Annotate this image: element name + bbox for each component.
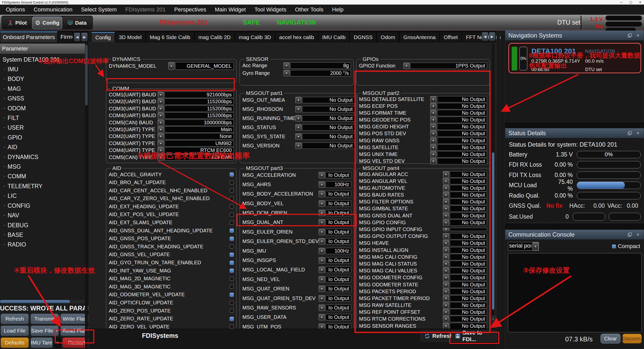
console-output[interactable] bbox=[508, 253, 642, 332]
clear-button[interactable]: Clear bbox=[601, 334, 620, 343]
dropdown-arrow-icon[interactable]: ▼ bbox=[168, 62, 174, 70]
param-dropdown[interactable]: ▼No Output bbox=[295, 124, 355, 131]
tree-item-18[interactable]: RADIO bbox=[0, 240, 85, 249]
param-dropdown[interactable]: ▼No Output bbox=[443, 213, 487, 219]
param-checkbox[interactable] bbox=[230, 213, 234, 217]
tree-item-14[interactable]: CONFIG bbox=[0, 201, 85, 211]
scroll-up-icon[interactable]: ▲ bbox=[491, 316, 495, 321]
param-dropdown[interactable]: ▼No Output bbox=[443, 302, 487, 308]
menu-other-tools[interactable]: Other Tools bbox=[291, 6, 328, 13]
dropdown-arrow-icon[interactable]: ▼ bbox=[443, 268, 449, 274]
dropdown-arrow-icon[interactable]: ▼ bbox=[430, 151, 436, 158]
dropdown-arrow-icon[interactable]: ▼ bbox=[158, 106, 164, 112]
menu-perspectives[interactable]: Perspectives bbox=[170, 6, 210, 13]
param-dropdown[interactable]: ▼Io Output bbox=[319, 286, 351, 292]
dropdown-arrow-icon[interactable]: ▼ bbox=[319, 257, 325, 264]
param-dropdown[interactable]: ▼No Output bbox=[443, 309, 487, 315]
dock-tab-scroll-right-icon[interactable]: ▶ bbox=[81, 32, 88, 42]
param-checkbox[interactable] bbox=[230, 277, 234, 281]
menu-select-system[interactable]: Select System bbox=[77, 6, 121, 13]
dropdown-arrow-icon[interactable]: ▼ bbox=[430, 110, 436, 116]
menu-communication[interactable]: Communication bbox=[29, 6, 77, 13]
panel-titlebar[interactable]: Status Details × bbox=[505, 128, 644, 138]
param-dropdown[interactable]: ▼No Output bbox=[430, 158, 487, 164]
dock-tab-scroll-left-icon[interactable]: ◀ bbox=[74, 32, 80, 42]
dropdown-arrow-icon[interactable]: ▼ bbox=[319, 286, 325, 292]
tree-item-3[interactable]: GNSS bbox=[0, 94, 85, 103]
param-dropdown[interactable]: ▼921600bps bbox=[158, 92, 234, 98]
dropdown-arrow-icon[interactable]: ▼ bbox=[158, 112, 164, 119]
param-dropdown[interactable]: ▼No Output bbox=[443, 282, 487, 288]
dropdown-arrow-icon[interactable]: ▼ bbox=[319, 229, 325, 235]
compact-toggle[interactable]: Compact bbox=[612, 243, 640, 250]
param-dropdown[interactable]: ▼No Output bbox=[430, 144, 487, 151]
dropdown-arrow-icon[interactable]: ▼ bbox=[319, 276, 325, 283]
param-dropdown[interactable]: ▼115200bps bbox=[158, 112, 234, 119]
config-tab-0[interactable]: Config bbox=[91, 32, 115, 43]
param-dropdown[interactable]: ▼Io Output bbox=[319, 257, 351, 264]
system-card[interactable]: 0% DETA100 201 NAVIGATION 0.279R 0.365P … bbox=[508, 43, 641, 73]
tree-item-12[interactable]: TELEMETRY bbox=[0, 181, 85, 191]
scrollbar-thumb[interactable] bbox=[492, 152, 494, 310]
param-dropdown[interactable]: ▼Io Output bbox=[319, 229, 351, 235]
dropdown-arrow-icon[interactable]: ▼ bbox=[295, 133, 301, 140]
param-dropdown[interactable]: ▼No Output bbox=[443, 233, 487, 239]
param-dropdown[interactable]: ▼No Output bbox=[430, 117, 487, 123]
param-checkbox[interactable] bbox=[230, 293, 234, 297]
close-panel-icon[interactable]: × bbox=[635, 130, 641, 136]
param-dropdown[interactable]: ▼Io Output bbox=[319, 200, 351, 207]
dropdown-arrow-icon[interactable]: ▼ bbox=[319, 324, 325, 329]
read-flash-button[interactable]: Read Flas bbox=[60, 325, 89, 336]
param-dropdown[interactable]: ▼No Output bbox=[295, 115, 355, 121]
tree-item-6[interactable]: USER bbox=[0, 123, 85, 132]
panel-titlebar[interactable]: Communication Console × bbox=[505, 230, 644, 239]
param-dropdown[interactable]: ▼No Output bbox=[295, 97, 355, 103]
disconnect-button[interactable]: Disconn. bbox=[622, 334, 642, 343]
panel-titlebar[interactable]: Navigation Systems × bbox=[505, 31, 644, 40]
save-to-fdi-button[interactable]: Save to FDI... bbox=[451, 330, 496, 342]
param-dropdown[interactable]: ▼No Output bbox=[443, 192, 487, 198]
param-dropdown[interactable]: ▼Io Output bbox=[319, 172, 351, 178]
write-flash-button[interactable]: Write Flas bbox=[60, 313, 89, 324]
param-dropdown[interactable]: ▼No Output bbox=[443, 261, 487, 267]
config-tab-6[interactable]: IMU Calib bbox=[318, 32, 350, 43]
param-checkbox[interactable] bbox=[230, 188, 234, 193]
dropdown-arrow-icon[interactable]: ▼ bbox=[158, 92, 164, 98]
param-checkbox[interactable] bbox=[230, 181, 234, 185]
param-dropdown[interactable]: ▼100Hz bbox=[319, 248, 351, 254]
dropdown-arrow-icon[interactable]: ▼ bbox=[443, 316, 449, 322]
param-dropdown[interactable]: ▼No Output bbox=[443, 247, 487, 253]
config-tab-5[interactable]: accel hex calib bbox=[275, 32, 318, 43]
dropdown-arrow-icon[interactable]: ▼ bbox=[443, 192, 449, 198]
dropdown-arrow-icon[interactable]: ▼ bbox=[443, 205, 449, 212]
param-dropdown[interactable]: ▼None bbox=[158, 133, 234, 139]
tab-firmware[interactable]: Firmwa bbox=[58, 31, 73, 43]
tree-item-11[interactable]: COMM bbox=[0, 171, 85, 181]
dropdown-arrow-icon[interactable]: ▼ bbox=[430, 137, 436, 144]
config-tab-8[interactable]: Odom bbox=[377, 32, 399, 43]
dropdown-arrow-icon[interactable]: ▼ bbox=[430, 103, 436, 109]
param-dropdown[interactable]: ▼115200bps bbox=[158, 106, 234, 112]
dropdown-arrow-icon[interactable]: ▼ bbox=[319, 314, 325, 320]
tree-item-0[interactable]: IMU bbox=[0, 64, 85, 74]
port-select[interactable]: serial poı ▼ bbox=[508, 242, 539, 251]
dropdown-arrow-icon[interactable]: ▼ bbox=[319, 200, 325, 207]
config-tab-1[interactable]: 3D Model bbox=[115, 32, 146, 43]
imu-tare-button[interactable]: IMU Tare bbox=[30, 337, 53, 348]
param-dropdown[interactable]: ▼Main bbox=[158, 126, 234, 133]
pilot-view-button[interactable]: Pilot bbox=[2, 16, 32, 29]
dropdown-arrow-icon[interactable]: ▼ bbox=[295, 97, 301, 103]
dropdown-arrow-icon[interactable]: ▼ bbox=[430, 117, 436, 123]
tab-onboard-parameters[interactable]: Onboard Parameters bbox=[0, 31, 58, 43]
minimize-icon[interactable]: — bbox=[620, 1, 623, 4]
dropdown-arrow-icon[interactable]: ▼ bbox=[319, 238, 325, 245]
param-checkbox[interactable] bbox=[230, 325, 234, 329]
param-dropdown[interactable]: ▼1PPS Output bbox=[403, 63, 487, 69]
dropdown-arrow-icon[interactable]: ▼ bbox=[319, 267, 325, 273]
param-dropdown[interactable]: ▼No Output bbox=[443, 205, 487, 212]
tab-scroll-left-icon[interactable]: ◀ bbox=[482, 32, 488, 41]
menu-help[interactable]: Help bbox=[328, 6, 348, 13]
dropdown-arrow-icon[interactable]: ▼ bbox=[443, 282, 449, 288]
param-dropdown[interactable]: ▼No Output bbox=[295, 133, 355, 140]
splitter[interactable] bbox=[500, 30, 505, 349]
